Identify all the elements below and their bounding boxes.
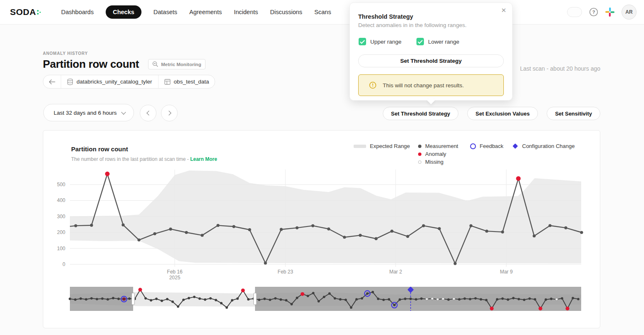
mini-measurement-point[interactable] [474, 297, 477, 300]
measurement-point[interactable] [501, 230, 504, 233]
measurement-point[interactable] [90, 224, 93, 227]
mini-anomaly-point[interactable] [539, 307, 542, 310]
mini-measurement-point[interactable] [263, 298, 266, 300]
mini-measurement-point[interactable] [534, 298, 536, 301]
mini-measurement-point[interactable] [166, 298, 168, 301]
measurement-point[interactable] [422, 224, 425, 227]
anomaly-point[interactable] [105, 172, 110, 176]
mini-missing-point[interactable] [431, 297, 433, 300]
mini-measurement-point[interactable] [296, 297, 298, 299]
measurement-point[interactable] [453, 262, 456, 265]
mini-measurement-point[interactable] [280, 298, 282, 301]
mini-measurement-point[interactable] [247, 298, 250, 301]
mini-anomaly-point[interactable] [139, 288, 142, 291]
nav-item-dashboards[interactable]: Dashboards [61, 9, 94, 15]
mini-anomaly-point[interactable] [241, 288, 245, 292]
set-sensitivity-button[interactable]: Set Sensitivity [547, 107, 600, 120]
mini-measurement-point[interactable] [344, 298, 347, 301]
brush-handle-left[interactable] [132, 293, 135, 305]
measurement-point[interactable] [137, 239, 140, 241]
set-exclusion-values-button[interactable]: Set Exclusion Values [467, 107, 538, 120]
mini-measurement-point[interactable] [377, 298, 379, 300]
measurement-point[interactable] [359, 234, 362, 237]
prev-range-button[interactable] [140, 105, 156, 121]
mini-measurement-point[interactable] [204, 298, 206, 301]
measurement-point[interactable] [280, 228, 282, 231]
mini-measurement-point[interactable] [404, 298, 406, 300]
measurement-point[interactable] [295, 227, 298, 229]
mini-measurement-point[interactable] [501, 298, 504, 300]
mini-measurement-point[interactable] [561, 297, 563, 300]
mini-measurement-point[interactable] [458, 298, 461, 301]
mini-measurement-point[interactable] [328, 292, 331, 295]
mini-measurement-point[interactable] [188, 297, 190, 299]
mini-measurement-point[interactable] [528, 298, 531, 300]
mini-anomaly-point[interactable] [566, 307, 570, 310]
mini-measurement-point[interactable] [236, 298, 239, 300]
brush-handle-right[interactable] [254, 293, 257, 305]
mini-measurement-point[interactable] [74, 298, 77, 301]
close-icon[interactable]: ✕ [501, 7, 506, 13]
mini-measurement-point[interactable] [85, 298, 87, 301]
mini-measurement-point[interactable] [312, 292, 315, 294]
mini-measurement-point[interactable] [150, 299, 152, 302]
lower-range-checkbox[interactable] [416, 38, 424, 45]
measurement-point[interactable] [216, 224, 219, 227]
mini-measurement-point[interactable] [382, 298, 385, 301]
mini-anomaly-feedback-point[interactable] [122, 298, 126, 301]
mini-measurement-point[interactable] [399, 298, 401, 301]
next-range-button[interactable] [161, 105, 178, 121]
mini-measurement-point[interactable] [290, 303, 293, 305]
back-button[interactable] [43, 75, 61, 88]
mini-measurement-point[interactable] [550, 298, 552, 300]
mini-measurement-point[interactable] [161, 300, 163, 302]
mini-measurement-point[interactable] [69, 298, 71, 300]
mini-measurement-point[interactable] [485, 299, 488, 301]
mini-measurement-point[interactable] [388, 298, 390, 301]
mini-measurement-point[interactable] [193, 296, 196, 298]
mini-measurement-point[interactable] [507, 298, 509, 301]
measurement-point[interactable] [121, 224, 124, 227]
measurement-point[interactable] [185, 231, 188, 234]
measurement-point[interactable] [564, 227, 567, 229]
help-icon[interactable]: ? [589, 7, 598, 17]
mini-measurement-point[interactable] [334, 297, 336, 300]
mini-measurement-point[interactable] [409, 298, 412, 300]
mini-missing-point[interactable] [426, 298, 428, 301]
mini-measurement-point[interactable] [393, 304, 396, 306]
mini-anomaly-point[interactable] [490, 307, 494, 310]
measurement-point[interactable] [343, 236, 346, 239]
mini-measurement-point[interactable] [171, 301, 174, 303]
mini-missing-point[interactable] [442, 298, 444, 300]
mini-measurement-point[interactable] [518, 298, 520, 301]
set-threshold-strategy-button[interactable]: Set Threshold Strategy [383, 107, 458, 120]
measurement-point[interactable] [374, 237, 377, 240]
mini-measurement-point[interactable] [177, 305, 179, 308]
mini-measurement-point[interactable] [101, 298, 104, 300]
mini-measurement-point[interactable] [469, 298, 471, 301]
mini-measurement-point[interactable] [107, 298, 109, 301]
avatar[interactable]: AR [622, 5, 637, 20]
nav-item-scans[interactable]: Scans [315, 9, 331, 15]
measurement-point[interactable] [438, 227, 441, 230]
mini-measurement-point[interactable] [447, 298, 450, 301]
measurement-point[interactable] [469, 224, 472, 227]
mini-missing-point[interactable] [436, 298, 439, 301]
mini-measurement-point[interactable] [274, 297, 277, 300]
mini-measurement-point[interactable] [339, 298, 342, 301]
mini-measurement-point[interactable] [128, 298, 131, 300]
slack-icon[interactable] [605, 7, 614, 17]
measurement-point[interactable] [311, 224, 314, 227]
mini-measurement-point[interactable] [198, 298, 201, 300]
mini-missing-point[interactable] [555, 298, 558, 301]
mini-measurement-point[interactable] [355, 298, 358, 301]
mini-measurement-point[interactable] [258, 298, 260, 301]
learn-more-link[interactable]: Learn More [190, 156, 217, 162]
mini-measurement-point[interactable] [512, 297, 515, 299]
mini-measurement-point[interactable] [366, 292, 369, 295]
mini-measurement-point[interactable] [480, 298, 482, 301]
mini-measurement-point[interactable] [220, 302, 223, 305]
measurement-point[interactable] [248, 228, 251, 231]
mini-measurement-point[interactable] [323, 296, 325, 298]
nav-item-incidents[interactable]: Incidents [234, 9, 258, 15]
